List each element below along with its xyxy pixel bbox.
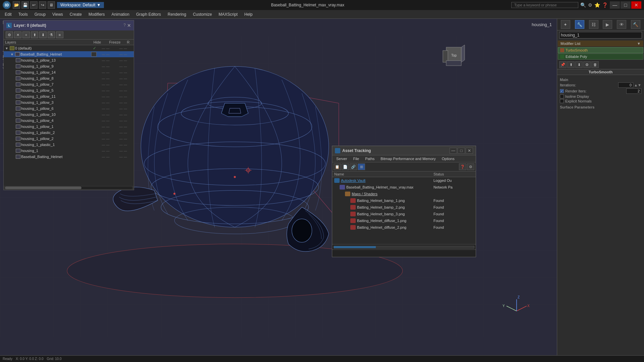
asset-tb-5[interactable]: ❓ (459, 163, 466, 170)
menu-rendering[interactable]: Rendering (164, 11, 189, 18)
asset-tb-6[interactable]: ⚙ (467, 163, 474, 170)
isoline-checkbox[interactable] (560, 94, 564, 98)
list-item[interactable]: housing_1_plastic_1 — — — — (4, 142, 134, 148)
list-item[interactable]: Batting_Helmet_bamp_1.png Found (332, 197, 476, 204)
list-item[interactable]: housing_1 — — — — (4, 148, 134, 154)
list-item[interactable]: housing_1_plastic_2 — — — — (4, 130, 134, 136)
undo-icon[interactable]: ↩ (30, 1, 38, 9)
menu-graph-editors[interactable]: Graph Editors (133, 11, 164, 18)
list-item[interactable]: housing_1_pillow_11 — — — — (4, 93, 134, 99)
render-iters-checkbox[interactable]: ✓ (560, 89, 564, 93)
list-item[interactable]: housing_1_pillow_13 — — — — (4, 57, 134, 63)
object-name-input[interactable] (559, 32, 642, 39)
list-item[interactable]: housing_1_pillow_4 — — — — (4, 118, 134, 124)
layer-row-default[interactable]: ▼ 0 (default) ✓ — — — — (4, 45, 134, 51)
menu-tools[interactable]: Tools (15, 11, 31, 18)
layer-settings-btn[interactable]: ⚙ (6, 31, 13, 38)
modifier-list-dropdown[interactable]: ▼ (637, 42, 641, 46)
search-icon[interactable]: 🔍 (580, 2, 586, 8)
search-bar[interactable] (511, 2, 578, 8)
layer-list[interactable]: ▼ 0 (default) ✓ — — — — ▼ Baseball_Batti… (4, 45, 134, 186)
asset-menu-file[interactable]: File (350, 156, 362, 161)
layer-close-button[interactable]: ✕ (127, 23, 131, 28)
asset-menu-options[interactable]: Options (439, 156, 457, 161)
layer-down-btn[interactable]: ⬇ (39, 31, 47, 38)
menu-modifiers[interactable]: Modifiers (85, 11, 108, 18)
move-down-icon[interactable]: ⬇ (575, 61, 583, 68)
layer-delete-btn[interactable]: ✕ (14, 31, 21, 38)
motion-icon[interactable]: ▶ (603, 20, 612, 29)
asset-menu-paths[interactable]: Paths (362, 156, 377, 161)
list-item[interactable]: housing_1_pillow_1 — — — — (4, 124, 134, 130)
display-icon[interactable]: 👁 (617, 20, 626, 29)
hierarchy-icon[interactable]: ⛓ (589, 20, 598, 29)
scroll-thumb[interactable] (5, 187, 81, 189)
list-item[interactable]: housing_1_pillow_6 — — — — (4, 105, 134, 112)
create-icon[interactable]: ✦ (561, 20, 570, 29)
list-item[interactable]: housing_1_pillow_5 — — — — (4, 87, 134, 93)
asset-close-btn[interactable]: ✕ (466, 148, 473, 154)
list-item[interactable]: housing_1_pillow_14 — — — — (4, 69, 134, 75)
asset-minimize-btn[interactable]: — (450, 148, 457, 154)
list-item[interactable]: Maps / Shaders (332, 191, 476, 197)
asset-tb-2[interactable]: 📄 (342, 163, 349, 170)
menu-customize[interactable]: Customize (189, 11, 215, 18)
asset-maximize-btn[interactable]: □ (458, 148, 465, 154)
list-item[interactable]: Autodesk Vault Logged Ou (332, 177, 476, 184)
menu-create[interactable]: Create (66, 11, 85, 18)
delete-modifier-icon[interactable]: 🗑 (591, 61, 599, 68)
layer-filter-btn[interactable]: ⚗ (48, 31, 55, 38)
asset-list[interactable]: Autodesk Vault Logged Ou Baseball_Battin… (332, 177, 476, 244)
list-item[interactable]: housing_1_pillow_8 — — — — (4, 75, 134, 81)
pin-icon[interactable]: 📌 (559, 61, 567, 68)
asset-tb-3[interactable]: 🔗 (350, 163, 357, 170)
render-iters-input[interactable]: 2 (626, 88, 641, 94)
list-item[interactable]: housing_1_pillow_3 — — — — (4, 99, 134, 105)
open-icon[interactable]: 📂 (13, 1, 20, 9)
bookmark-icon[interactable]: ⭐ (594, 2, 600, 8)
settings-icon[interactable]: ⚙ (588, 2, 592, 8)
layer-help-button[interactable]: ? (123, 23, 126, 28)
close-button[interactable]: ✕ (631, 1, 641, 9)
list-item[interactable]: housing_1_pillow_9 — — — — (4, 63, 134, 69)
help-icon[interactable]: ❓ (602, 2, 608, 8)
list-item[interactable]: Batting_Helmet_bamp_3.png Found (332, 211, 476, 217)
list-item[interactable]: Batting_Helmet_bamp_2.png Found (332, 204, 476, 211)
list-item[interactable]: Baseball_Batting_Helmet — — — — (4, 154, 134, 160)
menu-edit[interactable]: Edit (1, 11, 15, 18)
iterations-input[interactable]: 0 (618, 82, 633, 88)
layer-up-btn[interactable]: ⬆ (31, 31, 38, 38)
menu-help[interactable]: Help (241, 11, 256, 18)
layer-add-btn[interactable]: + (22, 31, 30, 38)
search-input[interactable] (514, 3, 568, 7)
move-up-icon[interactable]: ⬆ (567, 61, 575, 68)
utilities-icon[interactable]: 🔨 (631, 20, 640, 29)
minimize-button[interactable]: — (610, 1, 620, 9)
workspace-selector[interactable]: Workspace: Default ▼ (57, 2, 104, 8)
turbosmooth-modifier[interactable]: TurboSmooth (558, 47, 643, 53)
asset-tb-1[interactable]: 📋 (334, 163, 341, 170)
maximize-button[interactable]: □ (621, 1, 631, 9)
asset-tb-4[interactable]: ⊞ (358, 163, 365, 170)
explicit-normals-checkbox[interactable] (560, 99, 564, 103)
list-item[interactable]: Baseball_Batting_Helmet_max_vray.max Net… (332, 184, 476, 191)
layer-sort-btn[interactable]: ≡ (56, 31, 63, 38)
menu-animation[interactable]: Animation (108, 11, 133, 18)
list-item[interactable]: housing_1_pillow_7 — — — — (4, 81, 134, 87)
list-item[interactable]: Batting_Helmet_diffuse_2.png Found (332, 224, 476, 231)
expand-icon[interactable]: ▼ (10, 53, 15, 56)
expand-icon[interactable]: ▼ (5, 47, 10, 50)
menu-group[interactable]: Group (31, 11, 49, 18)
layer-row-helmet[interactable]: ▼ Baseball_Batting_Helmet — — — — (4, 51, 134, 57)
menu-maxscript[interactable]: MAXScript (215, 11, 241, 18)
save-icon[interactable]: 💾 (21, 1, 29, 9)
asset-menu-bitmap[interactable]: Bitmap Performance and Memory (378, 156, 438, 161)
list-item[interactable]: housing_1_pillow_10 — — — — (4, 112, 134, 118)
layer-scrollbar[interactable] (4, 186, 134, 190)
list-item[interactable]: housing_1_pillow_2 — — — — (4, 136, 134, 142)
render-icon[interactable]: 🖥 (48, 1, 55, 9)
editable-poly-modifier[interactable]: Editable Poly (558, 54, 643, 60)
configure-icon[interactable]: ⚙ (583, 61, 591, 68)
list-item[interactable]: Batting_Helmet_diffuse_1.png Found (332, 217, 476, 224)
nav-cube[interactable]: Top (440, 42, 466, 69)
